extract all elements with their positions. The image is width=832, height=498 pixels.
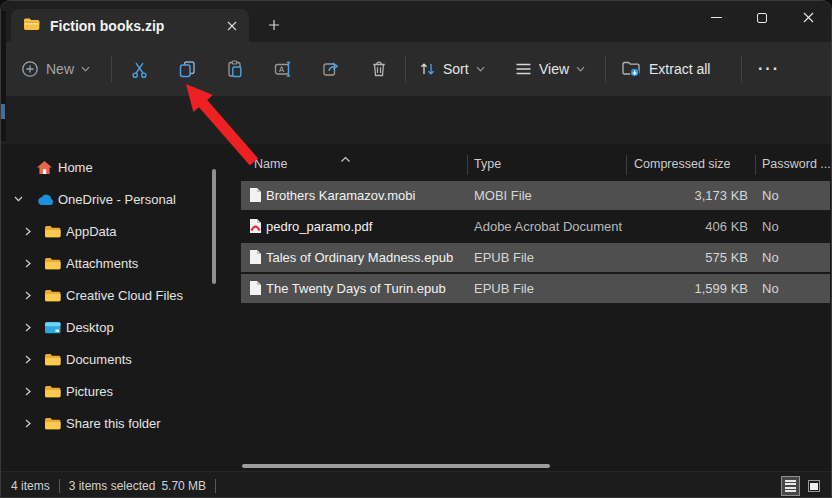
onedrive-icon — [36, 193, 56, 206]
sort-button[interactable]: Sort — [411, 53, 493, 85]
chevron-down-icon — [576, 66, 585, 72]
view-button[interactable]: View — [507, 53, 593, 85]
explorer-tab[interactable]: Fiction books.zip — [11, 9, 249, 42]
cut-button[interactable] — [119, 51, 159, 87]
extract-all-label: Extract all — [649, 61, 710, 77]
sidebar-item-documents[interactable]: Documents — [5, 345, 209, 373]
pdf-file-icon — [249, 218, 262, 238]
scissors-icon — [130, 60, 149, 79]
folder-icon — [44, 417, 61, 430]
view-icon — [515, 62, 532, 76]
file-password-protected: No — [762, 281, 779, 296]
chevron-right-icon[interactable] — [23, 323, 33, 332]
chevron-right-icon[interactable] — [23, 291, 33, 300]
window-controls — [693, 1, 831, 34]
paste-button[interactable] — [215, 51, 255, 87]
minimize-button[interactable] — [693, 1, 739, 34]
view-label: View — [539, 61, 569, 77]
chevron-right-icon[interactable] — [23, 419, 33, 428]
maximize-button[interactable] — [739, 1, 785, 34]
generic-file-icon — [249, 187, 262, 207]
new-label: New — [46, 61, 74, 77]
toolbar-divider — [405, 56, 406, 82]
sidebar-item-home[interactable]: Home — [5, 153, 209, 181]
close-icon — [803, 12, 814, 23]
minimize-icon — [711, 17, 722, 18]
sidebar-item-share-this-folder[interactable]: Share this folder — [5, 409, 209, 437]
see-more-button[interactable]: ··· — [749, 53, 789, 85]
tab-close-icon[interactable] — [221, 15, 243, 37]
rename-button[interactable]: A — [263, 51, 303, 87]
share-button[interactable] — [311, 51, 351, 87]
sidebar-item-creative-cloud-files[interactable]: Creative Cloud Files — [5, 281, 209, 309]
copy-icon — [177, 59, 197, 79]
copy-button[interactable] — [167, 51, 207, 87]
body-area: Home OneDrive - Personal — [1, 144, 831, 471]
chevron-right-icon[interactable] — [23, 387, 33, 396]
large-thumbnails-view-button[interactable] — [804, 476, 823, 496]
sidebar-item-label: Attachments — [66, 256, 138, 271]
circle-plus-icon — [21, 60, 39, 78]
sidebar-item-desktop[interactable]: Desktop — [5, 313, 209, 341]
generic-file-icon — [249, 280, 262, 300]
sidebar-item-label: Share this folder — [66, 416, 161, 431]
sort-ascending-icon[interactable] — [340, 149, 351, 167]
sidebar-item-label: Home — [58, 160, 93, 175]
item-count: 4 items — [11, 479, 50, 493]
file-name: Tales of Ordinary Madness.epub — [266, 250, 453, 265]
column-divider[interactable] — [626, 155, 627, 175]
sidebar-scrollbar[interactable] — [212, 169, 216, 284]
sidebar-item-appdata[interactable]: AppData — [5, 217, 209, 245]
folder-icon — [44, 385, 61, 398]
background-window-edge — [1, 11, 6, 141]
statusbar-divider — [59, 479, 60, 493]
delete-button[interactable] — [359, 51, 399, 87]
sidebar-item-onedrive[interactable]: OneDrive - Personal — [5, 185, 209, 213]
file-row[interactable]: pedro_paramo.pdf Adobe Acrobat Document … — [241, 212, 830, 241]
file-compressed-size: 575 KB — [626, 250, 748, 265]
chevron-down-icon[interactable] — [13, 196, 23, 202]
home-icon — [36, 160, 53, 175]
details-view-icon — [785, 480, 796, 492]
address-row: « My Stuff (D:) Nerdschalk Fiction books… — [1, 96, 831, 144]
file-row[interactable]: The Twenty Days of Turin.epub EPUB File … — [241, 274, 830, 303]
tab-title: Fiction books.zip — [50, 18, 221, 34]
sidebar-item-label: Documents — [66, 352, 132, 367]
details-view-button[interactable] — [781, 476, 800, 496]
folder-icon — [44, 225, 61, 238]
file-row[interactable]: Tales of Ordinary Madness.epub EPUB File… — [241, 243, 830, 272]
chevron-right-icon[interactable] — [23, 259, 33, 268]
extract-all-button[interactable]: Extract all — [613, 53, 718, 85]
column-divider[interactable] — [755, 155, 756, 175]
paste-icon — [225, 59, 245, 79]
trash-icon — [369, 59, 389, 79]
command-bar: New — [1, 42, 831, 96]
large-thumbnails-view-icon — [808, 480, 820, 492]
selection-size: 5.70 MB — [161, 479, 206, 493]
folder-icon — [44, 353, 61, 366]
column-header-compressed-size[interactable]: Compressed size — [634, 157, 731, 171]
close-button[interactable] — [785, 1, 831, 34]
horizontal-scrollbar[interactable] — [242, 464, 550, 468]
new-button[interactable]: New — [13, 53, 98, 85]
chevron-down-icon — [476, 66, 485, 72]
svg-text:A: A — [279, 65, 285, 74]
statusbar-divider — [215, 479, 216, 493]
sidebar-item-attachments[interactable]: Attachments — [5, 249, 209, 277]
screen: Fiction books.zip — [0, 0, 832, 498]
sidebar-item-pictures[interactable]: Pictures — [5, 377, 209, 405]
file-type: Adobe Acrobat Document — [474, 219, 622, 234]
file-name: The Twenty Days of Turin.epub — [266, 281, 446, 296]
file-password-protected: No — [762, 188, 779, 203]
maximize-icon — [757, 13, 767, 23]
selection-count: 3 items selected — [69, 479, 156, 493]
chevron-right-icon[interactable] — [23, 355, 33, 364]
rename-icon: A — [273, 59, 293, 79]
file-row[interactable]: Brothers Karamazov.mobi MOBI File 3,173 … — [241, 181, 830, 210]
column-divider[interactable] — [467, 155, 468, 175]
column-header-name[interactable]: Name — [254, 157, 287, 171]
new-tab-button[interactable] — [262, 13, 286, 37]
chevron-right-icon[interactable] — [23, 227, 33, 236]
column-header-type[interactable]: Type — [474, 157, 501, 171]
column-header-password[interactable]: Password ... — [762, 157, 831, 171]
